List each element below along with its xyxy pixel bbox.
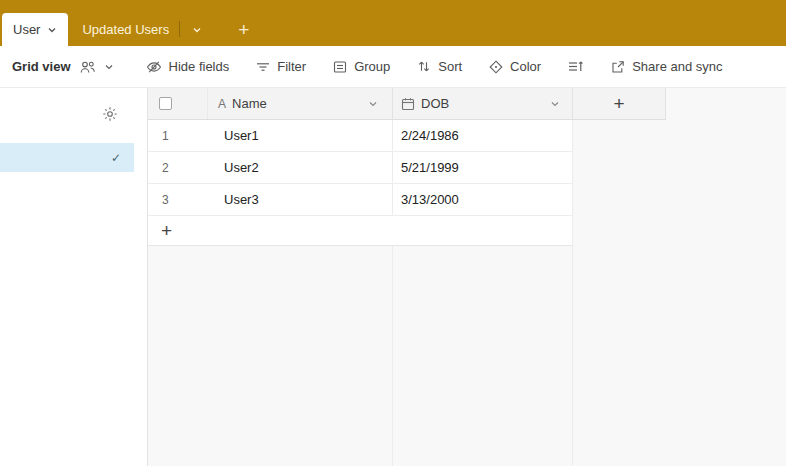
chevron-down-icon[interactable] (47, 25, 57, 35)
gear-icon[interactable] (102, 106, 118, 122)
row-number: 1 (162, 129, 169, 143)
column-dob-label: DOB (421, 96, 449, 111)
cell-value: User3 (224, 192, 259, 207)
add-column-button[interactable]: + (573, 88, 666, 119)
group-button[interactable]: Group (325, 54, 398, 79)
color-icon (489, 60, 503, 74)
hide-fields-button[interactable]: Hide fields (138, 54, 238, 79)
cell-value: 3/13/2000 (401, 192, 459, 207)
cell-value: User1 (224, 128, 259, 143)
filter-label: Filter (277, 59, 306, 74)
share-and-sync-button[interactable]: Share and sync (603, 54, 730, 79)
cell-value: 2/24/1986 (401, 128, 459, 143)
column-header-dob[interactable]: DOB (393, 88, 573, 119)
table-row: 2 User2 5/21/1999 (148, 152, 573, 184)
sidebar-view-item-selected[interactable]: ✓ (0, 143, 134, 172)
chevron-down-icon (104, 62, 114, 72)
tab-updated-users-label: Updated Users (82, 22, 169, 37)
table-tabs-bar: User Updated Users + (0, 0, 786, 46)
views-sidebar: ✓ (0, 88, 148, 466)
check-icon: ✓ (111, 151, 121, 165)
collaborators-icon (79, 60, 96, 74)
cell-value: User2 (224, 160, 259, 175)
sort-button[interactable]: Sort (409, 54, 470, 79)
main-area: ✓ A Name (0, 88, 786, 466)
row-number-cell[interactable]: 3 (148, 184, 208, 215)
data-grid: A Name DOB (148, 88, 786, 466)
select-all-checkbox[interactable] (159, 97, 172, 110)
view-toolbar: Grid view Hide fields (0, 46, 786, 88)
group-label: Group (354, 59, 390, 74)
cell-name[interactable]: User3 (208, 184, 393, 215)
table-row: 3 User3 3/13/2000 (148, 184, 573, 216)
add-row-button[interactable]: + (148, 216, 573, 246)
view-name-label: Grid view (12, 59, 71, 74)
share-and-sync-label: Share and sync (632, 59, 722, 74)
row-number-cell[interactable]: 1 (148, 120, 208, 151)
view-switcher-button[interactable]: Grid view (6, 55, 120, 78)
add-table-button[interactable]: + (228, 13, 259, 46)
filter-icon (256, 61, 270, 73)
hide-fields-label: Hide fields (169, 59, 230, 74)
table-row: 1 User1 2/24/1986 (148, 120, 573, 152)
cell-value: 5/21/1999 (401, 160, 459, 175)
row-number-cell[interactable]: 2 (148, 152, 208, 183)
column-header-name[interactable]: A Name (208, 88, 393, 119)
cell-name[interactable]: User2 (208, 152, 393, 183)
sort-icon (417, 60, 431, 73)
plus-icon: + (238, 19, 249, 41)
share-icon (611, 60, 625, 74)
filter-button[interactable]: Filter (248, 54, 314, 79)
color-button[interactable]: Color (481, 54, 549, 79)
row-number: 2 (162, 161, 169, 175)
row-number: 3 (162, 193, 169, 207)
tab-menu-chevron-icon[interactable] (180, 13, 214, 46)
chevron-down-icon[interactable] (550, 99, 564, 109)
cell-dob[interactable]: 3/13/2000 (393, 184, 573, 215)
calendar-icon (401, 97, 415, 111)
text-field-icon: A (218, 97, 226, 111)
chevron-down-icon[interactable] (368, 99, 382, 109)
tab-updated-users[interactable]: Updated Users (68, 13, 179, 46)
cell-name[interactable]: User1 (208, 120, 393, 151)
cell-dob[interactable]: 5/21/1999 (393, 152, 573, 183)
tab-user[interactable]: User (2, 13, 68, 46)
column-name-label: Name (232, 96, 267, 111)
grid-header-row: A Name DOB (148, 88, 666, 120)
tab-user-label: User (13, 22, 40, 37)
color-label: Color (510, 59, 541, 74)
plus-icon: + (613, 93, 624, 115)
group-icon (333, 60, 347, 74)
grid-column-line (392, 246, 393, 466)
grid-column-line (572, 246, 573, 466)
select-all-cell (148, 88, 208, 119)
row-height-button[interactable] (560, 55, 592, 78)
plus-icon: + (161, 220, 172, 242)
cell-dob[interactable]: 2/24/1986 (393, 120, 573, 151)
sort-label: Sort (438, 59, 462, 74)
hide-fields-icon (146, 60, 162, 74)
row-height-icon (568, 60, 584, 73)
